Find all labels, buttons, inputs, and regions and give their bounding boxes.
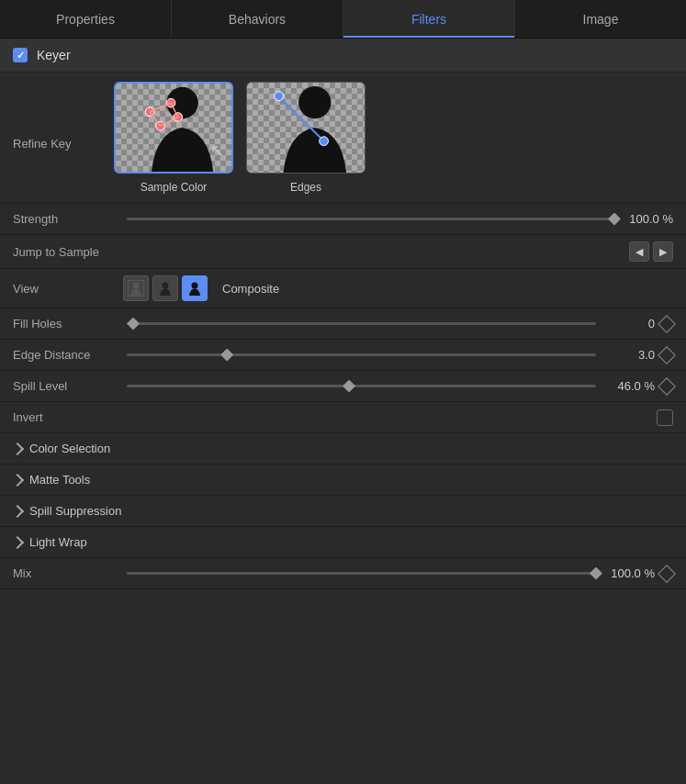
invert-label: Invert — [13, 410, 123, 424]
color-selection-arrow — [11, 442, 24, 454]
jump-prev-button[interactable]: ◀ — [629, 241, 649, 262]
svg-point-16 — [163, 283, 169, 289]
view-content: Composite — [123, 275, 673, 301]
spill-level-value: 46.0 % — [600, 379, 655, 393]
view-icons — [123, 275, 208, 301]
edge-distance-label: Edge Distance — [13, 348, 123, 362]
color-selection-title: Color Selection — [29, 442, 110, 455]
edges-thumb[interactable] — [246, 82, 365, 174]
view-row: View — [0, 269, 686, 308]
tab-image[interactable]: Image — [515, 0, 686, 38]
jump-to-sample-row: Jump to Sample ◀ ▶ — [0, 235, 686, 269]
sample-color-option[interactable]: ↖ Sample Color — [114, 82, 233, 194]
fill-holes-label: Fill Holes — [13, 317, 123, 330]
light-wrap-header[interactable]: Light Wrap — [0, 527, 686, 558]
edge-distance-row: Edge Distance 3.0 — [0, 340, 686, 371]
matte-tools-arrow — [11, 473, 24, 486]
spill-level-keyframe[interactable] — [658, 377, 676, 396]
sample-color-thumb[interactable]: ↖ — [114, 82, 233, 174]
svg-line-10 — [279, 96, 324, 141]
svg-line-6 — [150, 112, 161, 126]
edge-distance-thumb[interactable] — [220, 349, 233, 362]
mix-value: 100.0 % — [600, 566, 655, 580]
tab-behaviors[interactable]: Behaviors — [172, 0, 343, 38]
svg-point-12 — [320, 137, 329, 146]
mix-slider[interactable] — [127, 572, 596, 575]
svg-point-11 — [275, 92, 284, 101]
spill-level-content — [123, 385, 600, 387]
keyer-title: Keyer — [37, 48, 71, 62]
spill-suppression-header[interactable]: Spill Suppression — [0, 496, 686, 527]
tab-bar: Properties Behaviors Filters Image — [0, 0, 686, 39]
edge-distance-value: 3.0 — [600, 348, 655, 362]
refine-key-row: Refine Key — [0, 73, 686, 204]
fill-holes-row: Fill Holes 0 — [0, 308, 686, 340]
svg-line-5 — [150, 103, 171, 112]
jump-to-sample-content: ◀ ▶ — [123, 241, 673, 262]
svg-point-13 — [133, 283, 140, 289]
mix-content — [123, 572, 600, 575]
invert-checkbox[interactable] — [657, 409, 673, 426]
view-composite-button[interactable] — [182, 275, 208, 301]
view-alpha-button[interactable] — [123, 275, 149, 301]
light-wrap-title: Light Wrap — [29, 535, 87, 549]
edges-option[interactable]: Edges — [246, 82, 365, 194]
invert-content — [123, 409, 673, 426]
spill-suppression-title: Spill Suppression — [29, 504, 121, 518]
spill-level-row: Spill Level 46.0 % — [0, 371, 686, 402]
spill-level-slider[interactable] — [127, 385, 596, 387]
edge-distance-content — [123, 353, 600, 356]
mix-label: Mix — [13, 566, 123, 580]
fill-holes-keyframe[interactable] — [658, 315, 676, 333]
tab-properties[interactable]: Properties — [0, 0, 172, 38]
strength-row: Strength 100.0 % — [0, 204, 686, 235]
fill-holes-content — [123, 322, 600, 325]
view-active-label: Composite — [222, 282, 279, 296]
strength-value: 100.0 % — [618, 212, 673, 226]
strength-label: Strength — [13, 212, 123, 226]
invert-row: Invert — [0, 402, 686, 433]
edge-distance-keyframe[interactable] — [658, 346, 676, 364]
edges-label: Edges — [290, 181, 321, 194]
keyer-header: ✓ Keyer — [0, 39, 686, 73]
fill-holes-slider[interactable] — [127, 322, 596, 325]
view-label: View — [13, 282, 123, 296]
matte-tools-title: Matte Tools — [29, 473, 90, 487]
sample-color-label: Sample Color — [141, 181, 208, 194]
mix-keyframe[interactable] — [658, 565, 676, 583]
view-matte-button[interactable] — [152, 275, 178, 301]
light-wrap-arrow — [11, 535, 24, 548]
svg-point-18 — [192, 283, 198, 289]
jump-to-sample-label: Jump to Sample — [13, 245, 123, 259]
matte-tools-header[interactable]: Matte Tools — [0, 465, 686, 496]
fill-holes-thumb[interactable] — [127, 318, 140, 330]
fill-holes-value: 0 — [600, 317, 655, 330]
tab-filters[interactable]: Filters — [343, 0, 515, 38]
spill-level-label: Spill Level — [13, 379, 123, 393]
keyer-checkbox[interactable]: ✓ — [13, 48, 28, 62]
spill-level-thumb[interactable] — [343, 380, 355, 393]
mix-row: Mix 100.0 % — [0, 558, 686, 589]
spill-suppression-arrow — [11, 504, 24, 517]
jump-next-button[interactable]: ▶ — [653, 241, 673, 262]
svg-line-8 — [161, 117, 178, 126]
refine-key-label: Refine Key — [13, 82, 96, 151]
strength-content — [123, 218, 618, 220]
strength-slider[interactable] — [127, 218, 614, 220]
refine-key-options: ↖ Sample Color Edges — [114, 82, 365, 194]
cursor-indicator: ↖ — [210, 140, 224, 161]
color-selection-header[interactable]: Color Selection — [0, 433, 686, 465]
edge-distance-slider[interactable] — [127, 353, 596, 356]
